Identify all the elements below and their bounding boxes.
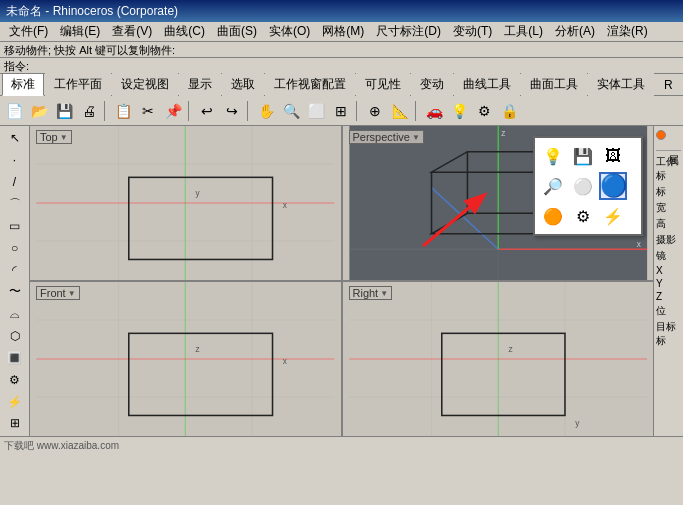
tab-transform[interactable]: 变动 xyxy=(411,73,453,96)
polyline-tool[interactable]: ⌒ xyxy=(2,194,28,215)
rect-tool[interactable]: ▭ xyxy=(2,216,28,237)
viewport-perspective-menu[interactable]: Perspective ▼ xyxy=(349,130,424,144)
gear-btn[interactable]: ⚙ xyxy=(472,100,496,122)
command-bar: 指令: xyxy=(0,58,683,74)
panel-height: 高 xyxy=(656,217,681,231)
menu-render[interactable]: 渲染(R) xyxy=(602,22,653,41)
sep2 xyxy=(188,101,192,121)
tab-setview[interactable]: 设定视图 xyxy=(112,73,178,96)
tab-visibility[interactable]: 可见性 xyxy=(356,73,410,96)
surface-tool[interactable]: ⬡ xyxy=(2,325,28,346)
render-popup: 💡 💾 🖼 🔎 ⚪ 🔵 🟠 ⚙ ⚡ xyxy=(533,136,643,236)
menu-edit[interactable]: 编辑(E) xyxy=(55,22,105,41)
menu-surface[interactable]: 曲面(S) xyxy=(212,22,262,41)
viewport-front-arrow: ▼ xyxy=(68,289,76,298)
left-toolbar: ↖ · / ⌒ ▭ ○ ◜ 〜 ⌓ ⬡ 🔳 ⚙ ⚡ ⊞ xyxy=(0,126,30,436)
extra-tool[interactable]: ⊞ xyxy=(2,413,28,434)
viewport-top[interactable]: Top ▼ y x xyxy=(30,126,341,280)
redo-btn[interactable]: ↪ xyxy=(220,100,244,122)
arc-tool[interactable]: ◜ xyxy=(2,260,28,281)
curve-tool[interactable]: 〜 xyxy=(2,281,28,302)
panel-position: 位 xyxy=(656,304,681,318)
render-search-btn[interactable]: 🔎 xyxy=(539,172,567,200)
print-btn[interactable]: 🖨 xyxy=(77,100,101,122)
transform-tool[interactable]: ⚙ xyxy=(2,369,28,390)
panel-workplane: 工作标 xyxy=(656,155,681,183)
panel-width: 宽 xyxy=(656,201,681,215)
render-window-btn[interactable]: 🖼 xyxy=(599,142,627,170)
viewport-top-label: Top ▼ xyxy=(36,130,72,144)
svg-line-24 xyxy=(423,196,483,246)
tab-curve-tools[interactable]: 曲线工具 xyxy=(454,73,520,96)
copy-btn[interactable]: 📋 xyxy=(111,100,135,122)
render-flash-btn[interactable]: ⚡ xyxy=(599,202,627,230)
status-text-1: 移动物件; 快按 Alt 键可以复制物件: xyxy=(4,44,175,56)
panel-x: X xyxy=(656,265,681,276)
menu-view[interactable]: 查看(V) xyxy=(107,22,157,41)
paste-btn[interactable]: 📌 xyxy=(161,100,185,122)
svg-text:x: x xyxy=(283,201,288,210)
menu-file[interactable]: 文件(F) xyxy=(4,22,53,41)
bottom-bar: 下载吧 www.xiazaiba.com xyxy=(0,436,683,454)
render-light-btn[interactable]: 💡 xyxy=(539,142,567,170)
render-settings-btn[interactable]: ⚙ xyxy=(569,202,597,230)
viewport-perspective-arrow: ▼ xyxy=(412,133,420,142)
menu-transform[interactable]: 变动(T) xyxy=(448,22,497,41)
viewport-right[interactable]: Right ▼ z y xyxy=(343,282,654,436)
menu-mesh[interactable]: 网格(M) xyxy=(317,22,369,41)
icon-toolbar: 📄 📂 💾 🖨 📋 ✂ 📌 ↩ ↪ ✋ 🔍 ⬜ ⊞ ⊕ 📐 🚗 💡 ⚙ 🔒 xyxy=(0,96,683,126)
new-btn[interactable]: 📄 xyxy=(2,100,26,122)
sep3 xyxy=(247,101,251,121)
box-tool[interactable]: 🔳 xyxy=(2,347,28,368)
tab-standard[interactable]: 标准 xyxy=(2,73,44,96)
cut-btn[interactable]: ✂ xyxy=(136,100,160,122)
menu-solid[interactable]: 实体(O) xyxy=(264,22,315,41)
svg-rect-6 xyxy=(129,177,273,259)
pan-btn[interactable]: ✋ xyxy=(254,100,278,122)
title-bar: 未命名 - Rhinoceros (Corporate) xyxy=(0,0,683,22)
viewport-right-menu[interactable]: Right ▼ xyxy=(349,286,393,300)
viewport-front-menu[interactable]: Front ▼ xyxy=(36,286,80,300)
car-btn[interactable]: 🚗 xyxy=(422,100,446,122)
snap-btn[interactable]: ⊕ xyxy=(363,100,387,122)
render-sphere-btn[interactable]: ⚪ xyxy=(569,172,597,200)
viewport-top-menu[interactable]: Top ▼ xyxy=(36,130,72,144)
main-area: ↖ · / ⌒ ▭ ○ ◜ 〜 ⌓ ⬡ 🔳 ⚙ ⚡ ⊞ Top ▼ xyxy=(0,126,683,436)
tab-solid-tools[interactable]: 实体工具 xyxy=(588,73,654,96)
render-sun-btn[interactable]: 🟠 xyxy=(539,202,567,230)
viewport-right-name: Right xyxy=(353,287,379,299)
tab-r[interactable]: R xyxy=(655,75,682,95)
light2-btn[interactable]: 💡 xyxy=(447,100,471,122)
point-tool[interactable]: · xyxy=(2,150,28,171)
ortho-btn[interactable]: 📐 xyxy=(388,100,412,122)
undo-btn[interactable]: ↩ xyxy=(195,100,219,122)
menu-analysis[interactable]: 分析(A) xyxy=(550,22,600,41)
tab-surface-tools[interactable]: 曲面工具 xyxy=(521,73,587,96)
zoom-window-btn[interactable]: ⬜ xyxy=(304,100,328,122)
menu-dim[interactable]: 尺寸标注(D) xyxy=(371,22,446,41)
svg-text:z: z xyxy=(196,345,200,354)
menu-tools[interactable]: 工具(L) xyxy=(499,22,548,41)
animate-tool[interactable]: ⚡ xyxy=(2,391,28,412)
render-active-btn[interactable]: 🔵 xyxy=(599,172,627,200)
render-save-btn[interactable]: 💾 xyxy=(569,142,597,170)
panel-target: 目标标 xyxy=(656,320,681,348)
svg-text:z: z xyxy=(508,345,512,354)
fillet-tool[interactable]: ⌓ xyxy=(2,303,28,324)
open-btn[interactable]: 📂 xyxy=(27,100,51,122)
menu-curve[interactable]: 曲线(C) xyxy=(159,22,210,41)
tab-display[interactable]: 显示 xyxy=(179,73,221,96)
tab-select[interactable]: 选取 xyxy=(222,73,264,96)
zoom-extents-btn[interactable]: ⊞ xyxy=(329,100,353,122)
lock-btn[interactable]: 🔒 xyxy=(497,100,521,122)
tab-workplane[interactable]: 工作平面 xyxy=(45,73,111,96)
svg-text:x: x xyxy=(283,357,288,366)
save-btn[interactable]: 💾 xyxy=(52,100,76,122)
viewport-front[interactable]: Front ▼ z x xyxy=(30,282,341,436)
circle-tool[interactable]: ○ xyxy=(2,238,28,259)
tab-viewport-config[interactable]: 工作视窗配置 xyxy=(265,73,355,96)
viewport-perspective[interactable]: Perspective ▼ xyxy=(343,126,654,280)
zoom-btn[interactable]: 🔍 xyxy=(279,100,303,122)
select-tool[interactable]: ↖ xyxy=(2,128,28,149)
line-tool[interactable]: / xyxy=(2,172,28,193)
